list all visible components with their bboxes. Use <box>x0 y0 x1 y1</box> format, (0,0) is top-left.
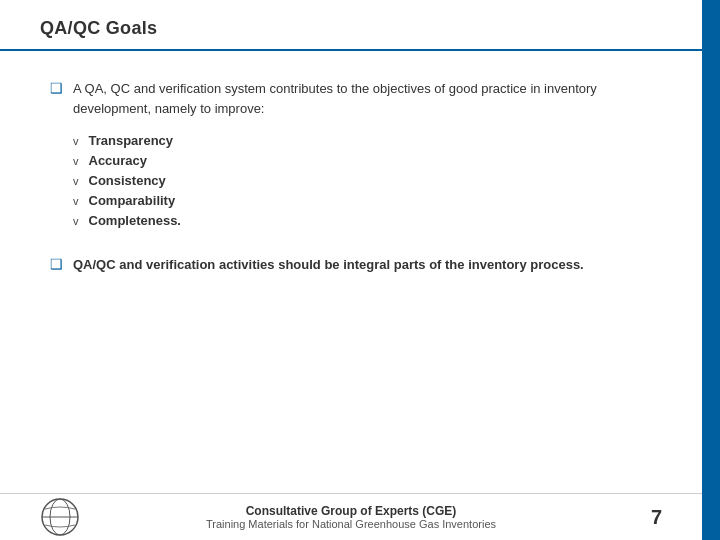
bullet-icon-2: ❑ <box>50 256 63 275</box>
sub-bullet-icon: v <box>73 155 79 167</box>
page-number: 7 <box>651 506 662 529</box>
list-item: v Completeness. <box>73 213 652 228</box>
list-item: v Accuracy <box>73 153 652 168</box>
slide-container: QA/QC Goals ❑ A QA, QC and verification … <box>0 0 720 540</box>
sub-item-accuracy: Accuracy <box>89 153 148 168</box>
sub-bullet-icon: v <box>73 215 79 227</box>
footer: Consultative Group of Experts (CGE) Trai… <box>0 493 702 540</box>
bullet-item-2: ❑ QA/QC and verification activities shou… <box>50 255 652 275</box>
list-item: v Consistency <box>73 173 652 188</box>
sub-item-comparability: Comparability <box>89 193 176 208</box>
list-item: v Comparability <box>73 193 652 208</box>
cge-logo <box>40 497 80 537</box>
header: QA/QC Goals <box>0 0 702 51</box>
sub-items-list: v Transparency v Accuracy v Consistency … <box>73 133 652 228</box>
sub-item-completeness: Completeness. <box>89 213 181 228</box>
footer-text-block: Consultative Group of Experts (CGE) Trai… <box>206 504 496 530</box>
footer-subtitle: Training Materials for National Greenhou… <box>206 518 496 530</box>
footer-org-name: Consultative Group of Experts (CGE) <box>206 504 496 518</box>
bullet-2-text: QA/QC and verification activities should… <box>73 255 584 275</box>
sub-bullet-icon: v <box>73 135 79 147</box>
bullet-1-text: A QA, QC and verification system contrib… <box>73 81 597 116</box>
bullet-1-body: A QA, QC and verification system contrib… <box>73 79 652 233</box>
right-accent-bar <box>702 0 720 540</box>
list-item: v Transparency <box>73 133 652 148</box>
main-content: ❑ A QA, QC and verification system contr… <box>0 51 702 307</box>
sub-item-transparency: Transparency <box>89 133 174 148</box>
page-title: QA/QC Goals <box>40 18 157 38</box>
bullet-icon-1: ❑ <box>50 80 63 233</box>
sub-item-consistency: Consistency <box>89 173 166 188</box>
bullet-item-1: ❑ A QA, QC and verification system contr… <box>50 79 652 233</box>
sub-bullet-icon: v <box>73 175 79 187</box>
sub-bullet-icon: v <box>73 195 79 207</box>
